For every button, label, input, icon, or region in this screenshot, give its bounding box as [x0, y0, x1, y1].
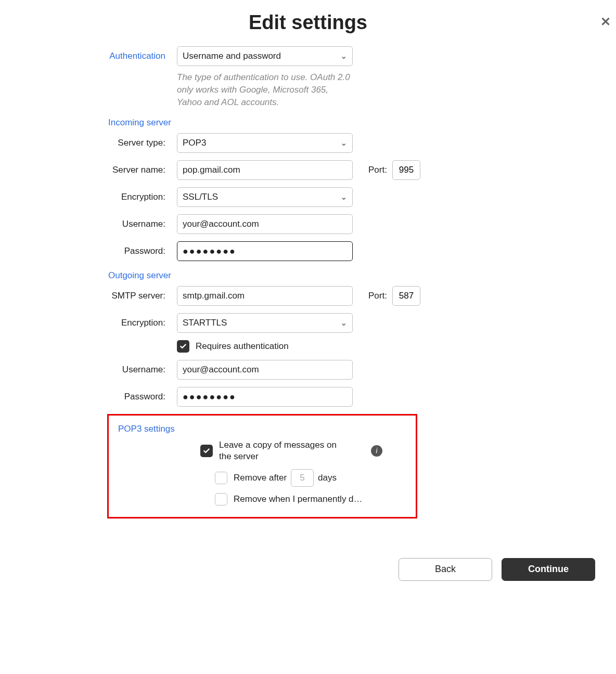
incoming-password-input[interactable]: ●●●●●●●● [177, 241, 353, 261]
incoming-username-input[interactable]: your@account.com [177, 214, 353, 234]
smtp-server-label: SMTP server: [0, 291, 177, 301]
outgoing-encryption-select[interactable]: STARTTLS ⌄ [177, 313, 353, 333]
outgoing-username-value: your@account.com [183, 360, 259, 379]
incoming-encryption-select[interactable]: SSL/TLS ⌄ [177, 187, 353, 207]
incoming-password-label: Password: [0, 246, 177, 256]
close-icon[interactable]: ✕ [600, 16, 611, 28]
pop3-settings-header: POP3 settings [118, 424, 406, 434]
smtp-server-value: smtp.gmail.com [183, 287, 245, 305]
pop3-settings-highlight: POP3 settings Leave a copy of messages o… [107, 414, 417, 518]
incoming-username-label: Username: [0, 219, 177, 229]
chevron-down-icon: ⌄ [340, 134, 347, 152]
continue-button[interactable]: Continue [502, 558, 595, 581]
server-type-select[interactable]: POP3 ⌄ [177, 133, 353, 153]
outgoing-port-label: Port: [368, 291, 387, 301]
chevron-down-icon: ⌄ [340, 188, 347, 206]
authentication-description: The type of authentication to use. OAuth… [177, 71, 354, 108]
leave-copy-label: Leave a copy of messages on the server [219, 439, 349, 462]
check-icon [179, 343, 187, 350]
leave-copy-checkbox[interactable] [200, 445, 213, 457]
page-title: Edit settings [0, 11, 616, 34]
outgoing-server-header: Outgoing server [108, 270, 616, 281]
incoming-username-value: your@account.com [183, 215, 259, 234]
outgoing-password-value: ●●●●●●●● [183, 387, 236, 406]
outgoing-username-input[interactable]: your@account.com [177, 360, 353, 380]
authentication-select[interactable]: Username and password ⌄ [177, 46, 353, 66]
chevron-down-icon: ⌄ [340, 314, 347, 332]
incoming-server-header: Incoming server [108, 118, 616, 128]
smtp-server-input[interactable]: smtp.gmail.com [177, 286, 353, 306]
authentication-value: Username and password [183, 47, 281, 66]
incoming-port-input[interactable] [392, 160, 420, 180]
server-type-label: Server type: [0, 138, 177, 148]
remove-after-prefix: Remove after [234, 473, 287, 483]
check-icon [203, 447, 210, 455]
remove-when-delete-label: Remove when I permanently delete them fr… [234, 494, 365, 504]
remove-after-checkbox[interactable] [215, 472, 227, 484]
back-button[interactable]: Back [399, 558, 492, 581]
remove-after-days-input[interactable] [291, 469, 314, 487]
remove-after-suffix: days [318, 473, 337, 483]
outgoing-encryption-label: Encryption: [0, 318, 177, 328]
requires-authentication-label: Requires authentication [196, 341, 289, 352]
outgoing-username-label: Username: [0, 365, 177, 375]
server-name-label: Server name: [0, 165, 177, 175]
requires-authentication-checkbox[interactable] [177, 340, 189, 353]
incoming-password-value: ●●●●●●●● [183, 242, 236, 261]
incoming-encryption-value: SSL/TLS [183, 188, 218, 206]
remove-when-delete-checkbox[interactable] [215, 493, 227, 506]
server-type-value: POP3 [183, 134, 206, 152]
incoming-encryption-label: Encryption: [0, 192, 177, 202]
outgoing-port-input[interactable] [392, 286, 420, 306]
outgoing-encryption-value: STARTTLS [183, 314, 227, 332]
server-name-input[interactable]: pop.gmail.com [177, 160, 353, 180]
info-icon[interactable]: i [371, 445, 382, 457]
chevron-down-icon: ⌄ [340, 47, 347, 66]
outgoing-password-label: Password: [0, 392, 177, 402]
authentication-label: Authentication [0, 51, 177, 61]
incoming-port-label: Port: [368, 165, 387, 175]
server-name-value: pop.gmail.com [183, 161, 240, 179]
outgoing-password-input[interactable]: ●●●●●●●● [177, 387, 353, 407]
